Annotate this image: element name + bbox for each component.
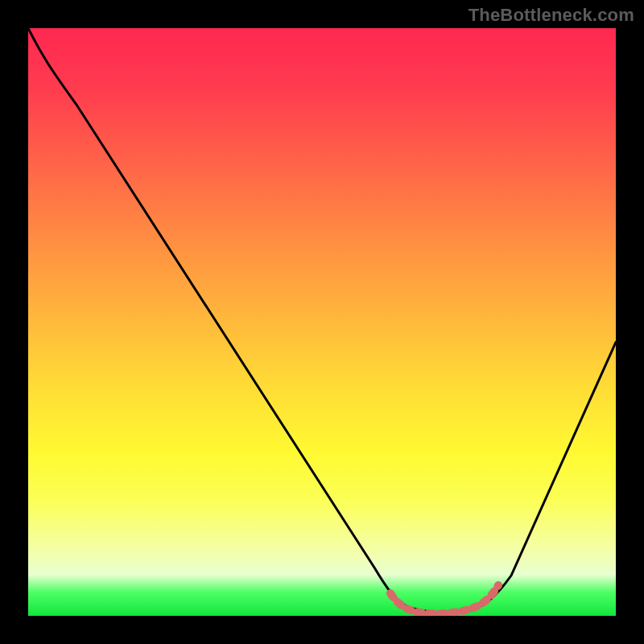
bottleneck-curve	[28, 28, 616, 616]
trough-marker	[390, 585, 498, 613]
curve-path	[28, 28, 616, 613]
chart-frame: TheBottleneck.com	[0, 0, 644, 644]
watermark-text: TheBottleneck.com	[469, 5, 634, 26]
chart-plot-area	[28, 28, 616, 616]
